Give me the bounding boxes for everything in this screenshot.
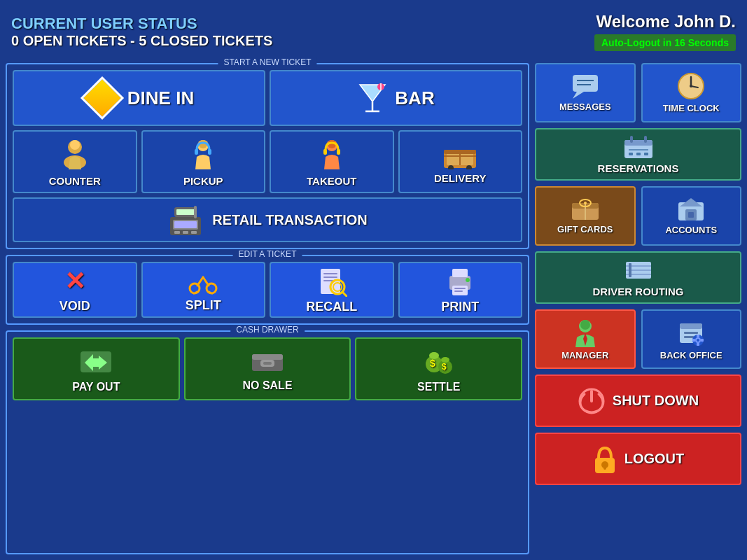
svg-rect-106 [701, 339, 704, 342]
svg-rect-72 [624, 140, 652, 146]
messages-timeclock-row: MESSAGES TIME CLOCK [535, 63, 741, 122]
martini-icon [357, 80, 388, 115]
pickup-button[interactable]: PICKUP [141, 130, 266, 193]
retail-transaction-button[interactable]: RETAIL TRANSACTION [13, 197, 522, 242]
settle-label: SETTLE [417, 381, 460, 393]
welcome-text: Welcome John D. [594, 12, 736, 31]
delivery-button[interactable]: DELIVERY [398, 130, 523, 193]
counter-button[interactable]: COUNTER [13, 130, 137, 193]
svg-point-94 [580, 320, 590, 330]
svg-rect-74 [644, 136, 647, 143]
no-sale-button[interactable]: NO SALE [184, 337, 351, 400]
cash-drawer-row: PAY OUT NO SALE [13, 337, 522, 400]
svg-rect-46 [452, 269, 468, 277]
manager-label: MANAGER [561, 350, 608, 361]
bar-button[interactable]: BAR [270, 70, 522, 126]
time-clock-label: TIME CLOCK [663, 103, 720, 114]
svg-point-83 [584, 202, 587, 204]
header-title: CURRENT USER STATUS [11, 15, 272, 33]
back-office-label: BACK OFFICE [660, 350, 722, 361]
edit-ticket-label: EDIT A TICKET [233, 249, 302, 259]
header-right: Welcome John D. Auto-Logout in 16 Second… [594, 12, 736, 51]
nosale-icon [249, 346, 286, 377]
reservations-button[interactable]: RESERVATIONS [535, 128, 741, 181]
print-icon [444, 266, 476, 297]
dine-in-label: DINE IN [127, 88, 194, 109]
void-label: VOID [60, 299, 90, 314]
svg-point-7 [70, 140, 80, 150]
print-button[interactable]: PRINT [398, 262, 523, 318]
settle-button[interactable]: $ $ SETTLE [355, 337, 522, 400]
retail-label: RETAIL TRANSACTION [212, 212, 367, 228]
svg-rect-56 [263, 362, 272, 365]
shut-down-button[interactable]: SHUT DOWN [535, 374, 741, 427]
svg-line-35 [203, 277, 209, 286]
cash-drawer-label: CASH DRAWER [230, 325, 305, 335]
shut-down-label: SHUT DOWN [613, 393, 699, 409]
split-button[interactable]: SPLIT [141, 262, 266, 318]
dine-in-button[interactable]: DINE IN [13, 70, 265, 126]
svg-rect-31 [194, 206, 197, 218]
svg-rect-11 [208, 149, 211, 155]
svg-point-50 [466, 278, 470, 282]
svg-rect-26 [174, 231, 180, 234]
driver-routing-icon [623, 258, 654, 283]
main-content: START A NEW TICKET DINE IN [0, 63, 747, 560]
svg-point-102 [697, 339, 699, 342]
svg-rect-14 [323, 149, 327, 155]
svg-rect-97 [680, 323, 702, 329]
messages-button[interactable]: MESSAGES [535, 63, 636, 122]
logout-button[interactable]: LOGOUT [535, 433, 741, 485]
takeout-label: TAKEOUT [307, 175, 356, 187]
driver-routing-button[interactable]: DRIVER ROUTING [535, 251, 741, 304]
svg-rect-54 [252, 354, 283, 360]
gift-cards-icon [571, 197, 600, 221]
back-office-button[interactable]: BACK OFFICE [641, 309, 742, 369]
new-ticket-label: START A NEW TICKET [218, 57, 316, 67]
svg-rect-15 [337, 149, 340, 155]
svg-rect-48 [454, 288, 466, 289]
recall-button[interactable]: RECALL [270, 262, 394, 318]
new-ticket-section: START A NEW TICKET DINE IN [6, 63, 529, 249]
svg-marker-64 [573, 92, 584, 99]
svg-rect-104 [697, 343, 699, 346]
reservations-label: RESERVATIONS [598, 162, 679, 175]
header-left: CURRENT USER STATUS 0 OPEN TICKETS - 5 C… [11, 15, 272, 49]
top-ticket-row: DINE IN BAR [13, 70, 522, 126]
svg-rect-40 [323, 276, 337, 278]
backoffice-icon [677, 318, 705, 347]
delivery-label: DELIVERY [434, 172, 486, 184]
print-label: PRINT [441, 300, 479, 314]
middle-ticket-row: COUNTER PICKUP [13, 130, 522, 193]
header-subtitle: 0 OPEN TICKETS - 5 CLOSED TICKETS [11, 33, 272, 49]
right-panel: MESSAGES TIME CLOCK [535, 63, 741, 554]
pay-out-button[interactable]: PAY OUT [13, 337, 180, 400]
svg-rect-73 [630, 136, 633, 143]
svg-rect-92 [629, 263, 631, 277]
payout-icon [78, 344, 114, 378]
accounts-button[interactable]: ACCOUNTS [641, 186, 742, 246]
svg-rect-78 [644, 153, 648, 155]
svg-rect-27 [183, 231, 188, 234]
clock-icon [677, 72, 705, 100]
svg-rect-41 [323, 280, 333, 281]
pickup-icon [186, 137, 221, 172]
gift-cards-button[interactable]: GIFT CARDS [535, 186, 636, 246]
recall-label: RECALL [306, 300, 357, 314]
takeout-icon [314, 137, 349, 172]
svg-rect-87 [688, 212, 694, 218]
split-label: SPLIT [186, 298, 221, 313]
svg-rect-25 [174, 221, 197, 228]
svg-rect-98 [684, 332, 698, 334]
edit-ticket-section: EDIT A TICKET ✕ VOID [6, 255, 529, 325]
takeout-button[interactable]: TAKEOUT [270, 130, 394, 193]
void-button[interactable]: ✕ VOID [13, 262, 137, 318]
auto-logout-badge: Auto-Logout in 16 Seconds [594, 34, 736, 51]
svg-rect-28 [191, 231, 197, 234]
svg-rect-49 [454, 290, 463, 292]
time-clock-button[interactable]: TIME CLOCK [641, 63, 742, 122]
logout-label: LOGOUT [624, 451, 685, 467]
pickup-label: PICKUP [183, 175, 223, 187]
manager-button[interactable]: MANAGER [535, 309, 636, 369]
accounts-icon [677, 197, 705, 222]
